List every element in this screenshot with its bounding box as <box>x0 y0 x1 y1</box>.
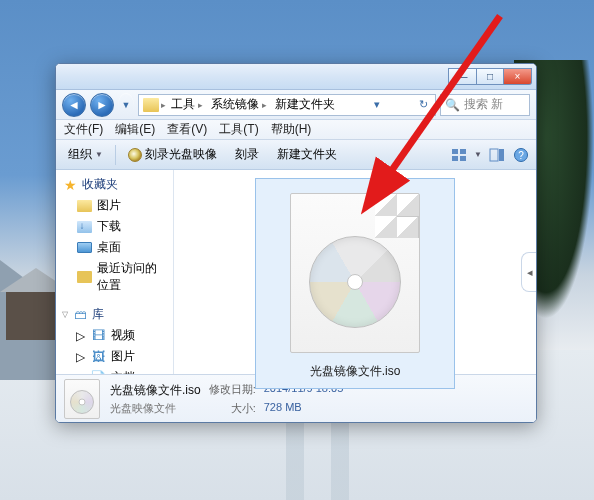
command-bar: 组织▼ 刻录光盘映像 刻录 新建文件夹 ▼ ? <box>56 140 536 170</box>
separator <box>115 145 116 165</box>
chevron-right-icon: ▸ <box>161 100 166 110</box>
details-filetype: 光盘映像文件 <box>110 401 201 416</box>
navigation-pane: ★ 收藏夹 图片 下载 桌面 最近访问的位置 ▽ 🗃 库 ▷🎞视频 ▷🖼图片 ▷… <box>56 170 174 374</box>
menu-tools[interactable]: 工具(T) <box>219 121 258 138</box>
star-icon: ★ <box>62 177 78 193</box>
video-icon: 🎞 <box>90 328 106 344</box>
minimize-button[interactable]: — <box>448 68 476 85</box>
sidebar-item-downloads[interactable]: 下载 <box>56 216 173 237</box>
search-placeholder: 搜索 新 <box>464 96 503 113</box>
menu-edit[interactable]: 编辑(E) <box>115 121 155 138</box>
organize-button[interactable]: 组织▼ <box>62 143 109 166</box>
svg-rect-5 <box>499 149 504 161</box>
preview-pane-toggle[interactable]: ◂ <box>521 252 537 292</box>
nav-forward-button[interactable]: ► <box>90 93 114 117</box>
menu-view[interactable]: 查看(V) <box>167 121 207 138</box>
picture-icon: 🖼 <box>90 349 106 365</box>
disc-icon <box>128 148 142 162</box>
sidebar-item-desktop[interactable]: 桌面 <box>56 237 173 258</box>
svg-rect-3 <box>460 156 466 161</box>
picture-icon <box>77 200 92 212</box>
view-options-button[interactable] <box>450 146 468 164</box>
libraries-heading[interactable]: ▽ 🗃 库 <box>56 304 173 325</box>
svg-rect-1 <box>460 149 466 154</box>
recent-icon <box>77 271 92 283</box>
file-name-label: 光盘镜像文件.iso <box>262 359 448 382</box>
chevron-right-icon: ▷ <box>76 329 85 343</box>
nav-back-button[interactable]: ◄ <box>62 93 86 117</box>
details-size-label: 大小: <box>209 401 256 416</box>
favorites-heading[interactable]: ★ 收藏夹 <box>56 174 173 195</box>
chevron-down-icon[interactable]: ▾ <box>371 98 383 111</box>
address-bar[interactable]: ▸ 工具▸ 系统镜像▸ 新建文件夹 ▾ ↻ <box>138 94 436 116</box>
svg-rect-0 <box>452 149 458 154</box>
disc-icon <box>309 236 401 328</box>
help-button[interactable]: ? <box>512 146 530 164</box>
chevron-down-icon: ▽ <box>62 310 68 319</box>
iso-file-icon <box>290 193 420 353</box>
sidebar-item-pictures-lib[interactable]: ▷🖼图片 <box>56 346 173 367</box>
explorer-window: — □ × ◄ ► ▼ ▸ 工具▸ 系统镜像▸ 新建文件夹 ▾ ↻ 🔍 搜索 新… <box>55 63 537 423</box>
file-item-iso[interactable]: 光盘镜像文件.iso <box>255 178 455 389</box>
burn-button[interactable]: 刻录 <box>229 143 265 166</box>
preview-pane-button[interactable] <box>488 146 506 164</box>
burn-disc-image-button[interactable]: 刻录光盘映像 <box>122 143 223 166</box>
search-input[interactable]: 🔍 搜索 新 <box>440 94 530 116</box>
refresh-icon[interactable]: ↻ <box>416 98 431 111</box>
disc-icon <box>70 390 94 414</box>
menu-help[interactable]: 帮助(H) <box>271 121 312 138</box>
nav-history-dropdown[interactable]: ▼ <box>118 93 134 117</box>
details-filename: 光盘镜像文件.iso <box>110 382 201 399</box>
details-size-value: 728 MB <box>264 401 344 416</box>
details-date-label: 修改日期: <box>209 382 256 399</box>
menu-file[interactable]: 文件(F) <box>64 121 103 138</box>
titlebar[interactable]: — □ × <box>56 64 536 90</box>
svg-rect-4 <box>490 149 498 161</box>
menu-bar: 文件(F) 编辑(E) 查看(V) 工具(T) 帮助(H) <box>56 120 536 140</box>
sidebar-item-recent[interactable]: 最近访问的位置 <box>56 258 173 296</box>
file-list-pane[interactable]: 光盘镜像文件.iso ◂ <box>174 170 536 374</box>
desktop-icon <box>77 242 92 253</box>
nav-bar: ◄ ► ▼ ▸ 工具▸ 系统镜像▸ 新建文件夹 ▾ ↻ 🔍 搜索 新 <box>56 90 536 120</box>
maximize-button[interactable]: □ <box>476 68 504 85</box>
svg-text:?: ? <box>518 150 524 161</box>
new-folder-button[interactable]: 新建文件夹 <box>271 143 343 166</box>
search-icon: 🔍 <box>445 98 460 112</box>
close-button[interactable]: × <box>504 68 532 85</box>
iso-file-icon <box>64 379 100 419</box>
sidebar-item-pictures[interactable]: 图片 <box>56 195 173 216</box>
svg-rect-2 <box>452 156 458 161</box>
chevron-down-icon[interactable]: ▼ <box>474 150 482 159</box>
breadcrumb-segment[interactable]: 工具▸ <box>168 96 206 113</box>
sidebar-item-documents[interactable]: ▷📄文档 <box>56 367 173 374</box>
library-icon: 🗃 <box>72 307 88 323</box>
folder-icon <box>143 98 159 112</box>
breadcrumb-segment[interactable]: 系统镜像▸ <box>208 96 270 113</box>
sidebar-item-videos[interactable]: ▷🎞视频 <box>56 325 173 346</box>
download-icon <box>77 221 92 233</box>
breadcrumb-segment[interactable]: 新建文件夹 <box>272 96 338 113</box>
